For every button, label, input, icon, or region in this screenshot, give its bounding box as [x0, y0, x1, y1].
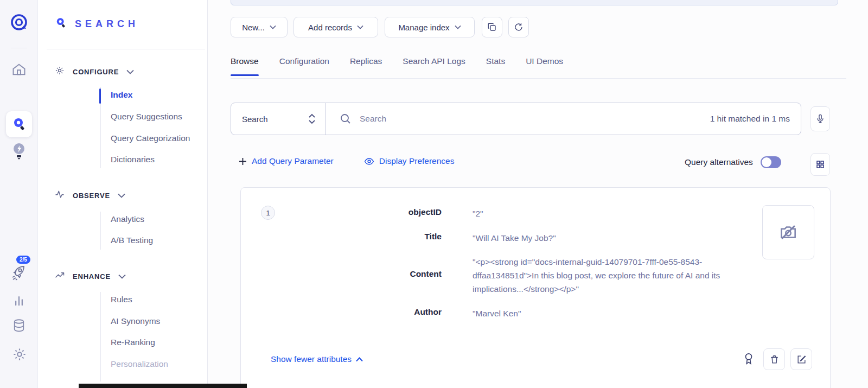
sidebar-item-personalization[interactable]: Personalization [111, 359, 168, 369]
magnifier-icon [339, 112, 352, 125]
layout-grid-button[interactable] [810, 153, 830, 176]
bottom-strip [79, 384, 247, 388]
new-button[interactable]: New... [231, 17, 288, 37]
edit-record-button[interactable] [790, 348, 812, 370]
sidebar-item-index[interactable]: Index [111, 90, 132, 100]
ranking-info-button[interactable] [743, 352, 755, 367]
tab-browse[interactable]: Browse [231, 56, 259, 76]
settings-gear-icon[interactable] [11, 346, 28, 362]
updown-chevrons-icon [308, 112, 316, 125]
result-card: 1 objectID "2" Title "Will AI Take My Jo… [240, 187, 831, 388]
field-key: objectID [241, 207, 442, 217]
refresh-button[interactable] [508, 17, 529, 37]
index-info-bar-partial [231, 0, 838, 5]
sidebar-item-dictionaries[interactable]: Dictionaries [111, 155, 155, 164]
chevron-up-icon [356, 357, 363, 362]
section-enhance[interactable]: ENHANCE [54, 270, 126, 283]
icon-rail: 2/5 [0, 0, 38, 388]
chevron-down-icon [455, 25, 461, 29]
chevron-down-icon [118, 190, 125, 200]
display-preferences-link[interactable]: Display Preferences [364, 156, 455, 166]
image-placeholder [762, 205, 814, 259]
microphone-icon [815, 113, 826, 124]
chevron-down-icon [357, 25, 363, 29]
app-window: 2/5 SEARCH CONFIGURE Index [0, 0, 868, 388]
show-fewer-attributes-link[interactable]: Show fewer attributes [271, 354, 363, 364]
search-bar: Search 1 hit matched in 1 ms [231, 103, 801, 135]
hits-status: 1 hit matched in 1 ms [710, 114, 790, 124]
field-key: Title [241, 232, 442, 241]
chevron-down-icon [270, 25, 276, 29]
field-value: "Marvel Ken" [473, 307, 757, 320]
field-value: "Will AI Take My Job?" [473, 231, 757, 245]
rocket-icon[interactable] [10, 264, 28, 282]
tab-ui-demos[interactable]: UI Demos [526, 56, 563, 76]
toggle-knob [762, 157, 771, 167]
algolia-logo-icon[interactable] [8, 12, 30, 34]
trend-icon [54, 270, 65, 283]
copy-icon [487, 22, 497, 32]
field-value: "<p><strong id="docs-internal-guid-14079… [473, 255, 757, 296]
search-magnifier-icon [54, 16, 67, 31]
sidebar-divider [47, 49, 205, 49]
home-icon[interactable] [11, 62, 27, 77]
sidebar-item-query-suggestions[interactable]: Query Suggestions [111, 112, 182, 122]
usage-badge: 2/5 [16, 256, 30, 264]
search-input-wrap: 1 hit matched in 1 ms [326, 103, 801, 135]
tab-stats[interactable]: Stats [486, 56, 505, 76]
copy-button[interactable] [482, 17, 502, 37]
sidebar-item-rules[interactable]: Rules [111, 295, 132, 304]
voice-search-button[interactable] [810, 106, 830, 131]
tab-search-api-logs[interactable]: Search API Logs [403, 56, 465, 76]
award-ribbon-icon [743, 352, 755, 365]
delete-record-button[interactable] [763, 348, 785, 370]
main-content: New... Add records Manage index Browse C… [208, 0, 868, 388]
eye-icon [364, 157, 374, 166]
database-icon[interactable] [11, 318, 27, 333]
edit-icon [796, 354, 807, 365]
search-mode-select[interactable]: Search [231, 103, 326, 135]
field-key: Author [241, 307, 442, 317]
nav-guide-line [100, 292, 101, 381]
active-item-bar [99, 88, 101, 104]
query-alternatives-control: Query alternatives [685, 156, 781, 168]
plus-icon [239, 157, 247, 166]
sidebar-item-ai-synonyms[interactable]: AI Synonyms [111, 316, 160, 326]
recommend-lightbulb-icon[interactable] [12, 142, 26, 161]
chevron-down-icon [126, 67, 134, 77]
nav-guide-line [100, 212, 101, 250]
section-observe[interactable]: OBSERVE [54, 189, 125, 202]
tab-replicas[interactable]: Replicas [350, 56, 382, 76]
tab-configuration[interactable]: Configuration [279, 56, 329, 76]
sidebar: SEARCH CONFIGURE Index Query Suggestions… [38, 0, 208, 388]
grid-icon [815, 160, 825, 169]
sidebar-item-query-categorization[interactable]: Query Categorization [111, 133, 190, 143]
analytics-bars-icon[interactable] [11, 293, 27, 308]
search-product-icon[interactable] [6, 111, 32, 137]
rail-divider [11, 48, 27, 48]
field-key: Content [241, 269, 442, 279]
field-value: "2" [473, 207, 757, 220]
refresh-icon [514, 22, 524, 32]
add-query-parameter-link[interactable]: Add Query Parameter [239, 156, 334, 166]
sidebar-header: SEARCH [54, 16, 139, 31]
query-alternatives-label: Query alternatives [685, 157, 753, 167]
pulse-icon [54, 189, 65, 202]
chevron-down-icon [118, 271, 126, 281]
trash-icon [769, 354, 780, 365]
search-input[interactable] [360, 114, 703, 124]
gear-icon [54, 65, 65, 78]
sidebar-item-re-ranking[interactable]: Re-Ranking [111, 338, 155, 347]
tab-bar: Browse Configuration Replicas Search API… [231, 56, 563, 76]
sidebar-item-analytics[interactable]: Analytics [111, 214, 144, 224]
tab-divider [231, 78, 846, 79]
sidebar-item-ab-testing[interactable]: A/B Testing [111, 236, 153, 245]
section-configure[interactable]: CONFIGURE [54, 65, 134, 78]
camera-off-icon [778, 222, 799, 243]
manage-index-button[interactable]: Manage index [385, 17, 475, 37]
query-row: Add Query Parameter Display Preferences [239, 156, 454, 166]
add-records-button[interactable]: Add records [293, 17, 378, 37]
query-alternatives-toggle[interactable] [761, 156, 781, 168]
sidebar-title: SEARCH [75, 18, 139, 30]
